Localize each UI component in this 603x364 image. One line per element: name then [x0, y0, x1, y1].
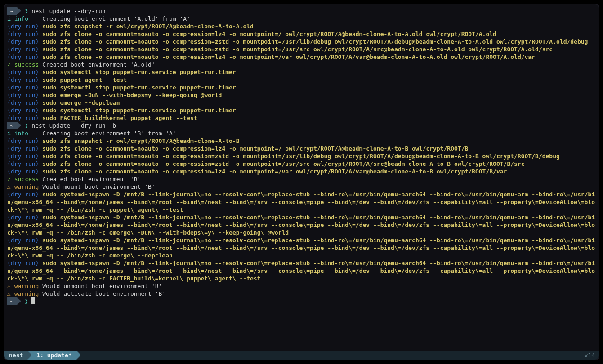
prompt-path: ~ — [7, 7, 17, 15]
dryrun-command: sudo zfs clone -o canmount=noauto -o com… — [42, 46, 553, 53]
status-separator-icon — [76, 351, 81, 360]
command-line: nest update --dry-run — [31, 8, 105, 14]
warning-symbol-icon: ⚠ — [7, 290, 11, 297]
dryrun-command: sudo zfs clone -o canmount=noauto -o com… — [42, 168, 507, 175]
dryrun-command: sudo systemd-nspawn -D /mnt/B --link-jou… — [7, 237, 595, 259]
dryrun-command: sudo FACTER_build=kernel puppet agent --… — [42, 115, 197, 121]
dryrun-command: sudo zfs clone -o canmount=noauto -o com… — [42, 160, 524, 167]
prompt-path: ~ — [7, 122, 17, 129]
success-symbol-icon: ✓ — [7, 176, 11, 182]
dryrun-label: (dry run) — [7, 153, 39, 160]
dryrun-command: sudo systemctl stop puppet-run.service p… — [42, 84, 236, 91]
command-line: nest update --dry-run -b — [31, 122, 116, 129]
dryrun-label: (dry run) — [7, 160, 39, 167]
terminal-window[interactable]: ~ ❯ nest update --dry-run i info Creatin… — [4, 4, 599, 360]
dryrun-command: sudo systemd-nspawn -D /mnt/B --link-jou… — [7, 191, 595, 213]
dryrun-label: (dry run) — [7, 92, 39, 98]
dryrun-command: sudo emerge --depclean — [42, 99, 120, 106]
prompt-separator-icon — [17, 297, 21, 305]
terminal-cursor[interactable] — [31, 297, 35, 304]
dryrun-command: sudo systemd-nspawn -D /mnt/B --link-jou… — [7, 260, 595, 282]
dryrun-label: (dry run) — [7, 191, 39, 198]
dryrun-label: (dry run) — [7, 69, 39, 75]
info-symbol-icon: i — [7, 130, 11, 137]
terminal-output[interactable]: ~ ❯ nest update --dry-run i info Creatin… — [4, 4, 599, 351]
dryrun-label: (dry run) — [7, 237, 39, 244]
dryrun-command: sudo zfs clone -o canmount=noauto -o com… — [42, 145, 468, 152]
info-symbol-icon: i — [7, 15, 11, 22]
dryrun-label: (dry run) — [7, 84, 39, 91]
success-label: success — [14, 176, 39, 182]
info-message: Creating boot environment 'A.old' from '… — [42, 15, 190, 22]
warning-label: warning — [14, 183, 39, 190]
status-hostname: nest — [4, 351, 27, 360]
dryrun-label: (dry run) — [7, 23, 39, 30]
status-active-tab[interactable]: 1: update* — [32, 351, 76, 360]
dryrun-command: sudo systemctl stop puppet-run.service p… — [42, 107, 236, 114]
prompt-arrow-icon: ❯ — [21, 8, 31, 14]
warning-message: Would unmount boot environment 'B' — [42, 283, 162, 289]
warning-symbol-icon: ⚠ — [7, 183, 11, 190]
tmux-statusbar: nest 1: update* v14 — [4, 351, 599, 360]
dryrun-label: (dry run) — [7, 31, 39, 37]
warning-message: Would activate boot environment 'B' — [42, 290, 165, 297]
success-label: success — [14, 61, 39, 68]
prompt-arrow-icon: ❯ — [21, 298, 31, 305]
dryrun-command: sudo zfs snapshot -r owl/crypt/ROOT/A@be… — [42, 23, 254, 30]
dryrun-label: (dry run) — [7, 168, 39, 175]
prompt-separator-icon — [17, 122, 21, 129]
dryrun-command: sudo zfs clone -o canmount=noauto -o com… — [42, 153, 560, 160]
prompt-arrow-icon: ❯ — [21, 122, 31, 129]
dryrun-label: (dry run) — [7, 38, 39, 45]
dryrun-label: (dry run) — [7, 260, 39, 266]
dryrun-command: sudo systemd-nspawn -D /mnt/B --link-jou… — [7, 214, 595, 236]
status-separator-icon — [27, 351, 32, 360]
warning-label: warning — [14, 290, 39, 297]
dryrun-label: (dry run) — [7, 107, 39, 114]
status-spacer — [81, 351, 581, 360]
dryrun-label: (dry run) — [7, 76, 39, 83]
dryrun-command: sudo systemctl stop puppet-run.service p… — [42, 69, 236, 75]
info-message: Creating boot environment 'B' from 'A' — [42, 130, 176, 137]
dryrun-command: sudo zfs snapshot -r owl/crypt/ROOT/A@be… — [42, 138, 239, 144]
dryrun-label: (dry run) — [7, 53, 39, 60]
dryrun-label: (dry run) — [7, 138, 39, 144]
warning-message: Would mount boot environment 'B' — [42, 183, 155, 190]
dryrun-command: sudo puppet agent --test — [42, 76, 127, 83]
dryrun-label: (dry run) — [7, 214, 39, 221]
info-label: info — [14, 15, 28, 22]
info-label: info — [14, 130, 28, 137]
dryrun-label: (dry run) — [7, 115, 39, 121]
dryrun-command: sudo zfs clone -o canmount=noauto -o com… — [42, 31, 496, 37]
warning-symbol-icon: ⚠ — [7, 283, 11, 289]
prompt-separator-icon — [17, 7, 21, 14]
dryrun-command: sudo emerge -DuN --with-bdeps=y --keep-g… — [42, 92, 222, 98]
dryrun-label: (dry run) — [7, 99, 39, 106]
status-right: v14 — [581, 351, 599, 360]
dryrun-label: (dry run) — [7, 46, 39, 53]
success-message: Created boot environment 'A.old' — [42, 61, 155, 68]
prompt-path: ~ — [7, 297, 17, 305]
dryrun-label: (dry run) — [7, 145, 39, 152]
dryrun-command: sudo zfs clone -o canmount=noauto -o com… — [42, 53, 535, 60]
success-message: Created boot environment 'B' — [42, 176, 141, 182]
dryrun-command: sudo zfs clone -o canmount=noauto -o com… — [42, 38, 588, 45]
success-symbol-icon: ✓ — [7, 61, 11, 68]
warning-label: warning — [14, 283, 39, 289]
